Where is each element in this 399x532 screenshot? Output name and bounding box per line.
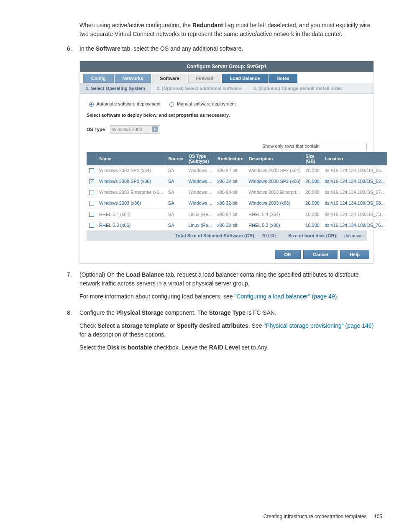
page-footer: Creating infrastructure orchestration te… bbox=[263, 514, 382, 519]
configure-server-group-dialog: Configure Server Group: SvrGrp1 ConfigNe… bbox=[79, 61, 374, 264]
tab-load-balance[interactable]: Load Balance bbox=[222, 74, 268, 83]
table-row[interactable]: Windows 2003 SP2 (x64)SAWindows ...x86 6… bbox=[87, 165, 387, 176]
step-8-number: 8. bbox=[67, 308, 79, 356]
subtab-2[interactable]: 3. (Optional) Change default install ord… bbox=[248, 83, 348, 93]
checkbox[interactable] bbox=[89, 212, 94, 217]
cancel-button[interactable]: Cancel bbox=[303, 250, 338, 259]
radio-icon bbox=[169, 102, 174, 107]
software-table: NameSourceOS Type (Subtype)ArchitectureD… bbox=[87, 152, 387, 231]
instruction-text: Select software to deploy below, and set… bbox=[87, 113, 367, 118]
table-row[interactable]: RHEL 5.3 (x86)SALinux (Re...x86 32-bitRH… bbox=[87, 220, 387, 231]
sub-tabs: 1. Select Operating System2. (Optional) … bbox=[80, 83, 373, 94]
deployment-radio-group: Automatic software deployment Manual sof… bbox=[89, 101, 367, 107]
table-row[interactable]: RHEL 5.4 (x64)SALinux (Re...x86 64-bitRH… bbox=[87, 208, 387, 219]
radio-manual[interactable]: Manual software deployment bbox=[169, 101, 236, 106]
radio-auto[interactable]: Automatic software deployment bbox=[89, 101, 162, 106]
tab-notes[interactable]: Notes bbox=[269, 74, 297, 83]
step-6-number: 6. bbox=[67, 44, 79, 57]
col-header[interactable]: Source bbox=[166, 152, 186, 165]
table-row[interactable]: Windows 2003 Enterprise (x6...SAWindows … bbox=[87, 187, 387, 198]
link-configuring-load-balancer[interactable]: "Configuring a load balancer" (page 49) bbox=[234, 293, 337, 300]
step-6: 6. In the Software tab, select the OS an… bbox=[67, 44, 374, 57]
checkbox[interactable] bbox=[89, 168, 94, 173]
filter-label: Show only rows that contain bbox=[262, 144, 320, 149]
main-tabs: ConfigNetworksSoftwareFirewallLoad Balan… bbox=[80, 72, 373, 83]
subtab-1[interactable]: 2. (Optional) Select additional software bbox=[151, 83, 248, 93]
os-type-label: OS Type bbox=[87, 127, 105, 132]
chevron-down-icon: ▾ bbox=[152, 126, 158, 132]
col-header[interactable]: Name bbox=[97, 152, 166, 165]
filter-input[interactable] bbox=[321, 143, 367, 150]
step-7: 7. (Optional) On the Load Balance tab, r… bbox=[67, 270, 374, 305]
tab-config[interactable]: Config bbox=[83, 74, 114, 83]
tab-software[interactable]: Software bbox=[152, 74, 187, 83]
ok-button[interactable]: OK bbox=[275, 250, 301, 259]
checkbox[interactable]: ✓ bbox=[89, 179, 94, 184]
tab-firewall[interactable]: Firewall bbox=[188, 74, 221, 83]
subtab-0[interactable]: 1. Select Operating System bbox=[80, 83, 151, 93]
checkbox[interactable] bbox=[89, 223, 94, 228]
dialog-title: Configure Server Group: SvrGrp1 bbox=[80, 61, 373, 72]
intro-paragraph: When using active/active configuration, … bbox=[79, 21, 374, 39]
table-row[interactable]: ✓Windows 2008 SP2 (x86)SAWindows ...x86 … bbox=[87, 176, 387, 187]
help-button[interactable]: Help bbox=[340, 250, 369, 259]
radio-icon bbox=[89, 102, 94, 107]
col-header[interactable]: OS Type (Subtype) bbox=[186, 152, 215, 165]
step-7-number: 7. bbox=[67, 270, 79, 305]
col-header[interactable]: Size (GB) bbox=[303, 152, 322, 165]
link-physical-storage-provisioning[interactable]: "Physical storage provisioning" (page 14… bbox=[263, 322, 373, 329]
col-header[interactable]: Architecture bbox=[215, 152, 246, 165]
checkbox[interactable] bbox=[89, 201, 94, 206]
totals-bar: Total Size of Selected Software (GB): 20… bbox=[87, 231, 367, 241]
step-8: 8. Configure the Physical Storage compon… bbox=[67, 308, 374, 356]
col-header[interactable]: Location bbox=[322, 152, 387, 165]
os-type-select[interactable]: Windows 2008 ▾ bbox=[110, 125, 160, 134]
table-row[interactable]: Windows 2003 (x86)SAWindows ...x86 32-bi… bbox=[87, 198, 387, 208]
col-header[interactable]: Description bbox=[246, 152, 303, 165]
tab-networks[interactable]: Networks bbox=[115, 74, 151, 83]
checkbox[interactable] bbox=[89, 190, 94, 195]
